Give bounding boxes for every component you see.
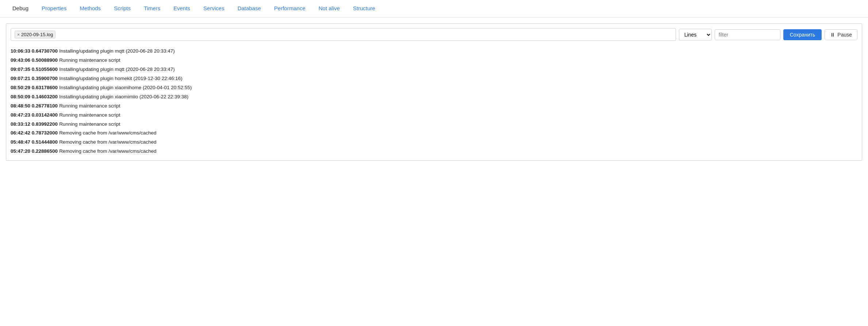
log-message: Installing/updating plugin xiaomihome (2… (59, 84, 192, 92)
log-entry: 08:47:23 0.03142400 Running maintenance … (11, 111, 857, 120)
pause-icon: ⏸ (830, 32, 835, 38)
log-timestamp: 09:07:35 0.51055600 (11, 65, 58, 74)
log-toolbar: × 2020-09-15.log Lines50100200500 Сохран… (11, 28, 857, 41)
log-message: Running maintenance script (59, 120, 120, 129)
log-entries: 10:06:33 0.64730700 Installing/updating … (11, 47, 857, 156)
save-button[interactable]: Сохранить (783, 29, 822, 40)
pause-label: Pause (837, 32, 852, 38)
log-entry: 09:07:35 0.51055600 Installing/updating … (11, 65, 857, 74)
tab-performance[interactable]: Performance (268, 0, 312, 17)
tab-debug[interactable]: Debug (6, 0, 35, 17)
log-message: Installing/updating plugin homekit (2019… (59, 75, 183, 83)
log-entry: 09:07:21 0.35900700 Installing/updating … (11, 74, 857, 83)
tabs-nav: DebugPropertiesMethodsScriptsTimersEvent… (0, 0, 868, 18)
tab-database[interactable]: Database (231, 0, 268, 17)
log-timestamp: 05:47:20 0.22886500 (11, 147, 58, 156)
tab-timers[interactable]: Timers (137, 0, 167, 17)
log-message: Running maintenance script (59, 111, 120, 120)
tab-scripts[interactable]: Scripts (107, 0, 137, 17)
main-content: × 2020-09-15.log Lines50100200500 Сохран… (0, 18, 868, 167)
log-message: Removing cache from /var/www/cms/cached (59, 138, 156, 147)
log-message: Installing/updating plugin mqtt (2020-06… (59, 47, 175, 56)
log-timestamp: 09:43:06 0.50088900 (11, 56, 58, 65)
log-entry: 05:48:47 0.51444800 Removing cache from … (11, 138, 857, 147)
log-entry: 08:48:50 0.26778100 Running maintenance … (11, 102, 857, 111)
log-message: Installing/updating plugin xiaomimiio (2… (59, 93, 188, 101)
log-timestamp: 08:33:12 0.83992200 (11, 120, 58, 129)
pause-button[interactable]: ⏸ Pause (825, 29, 857, 40)
log-timestamp: 05:48:47 0.51444800 (11, 138, 58, 147)
filter-input[interactable] (715, 29, 780, 40)
log-message: Removing cache from /var/www/cms/cached (59, 129, 156, 137)
file-tag: × 2020-09-15.log (15, 31, 55, 38)
log-timestamp: 10:06:33 0.64730700 (11, 47, 58, 56)
tab-properties[interactable]: Properties (35, 0, 73, 17)
tab-events[interactable]: Events (167, 0, 197, 17)
lines-select[interactable]: Lines50100200500 (679, 29, 712, 41)
file-tag-close-icon[interactable]: × (17, 32, 20, 37)
log-timestamp: 08:48:50 0.26778100 (11, 102, 58, 110)
tab-methods[interactable]: Methods (73, 0, 108, 17)
log-message: Running maintenance script (59, 102, 120, 110)
file-tag-input[interactable]: × 2020-09-15.log (11, 28, 676, 41)
log-timestamp: 06:42:42 0.78732000 (11, 129, 58, 137)
log-entry: 08:50:09 0.14603200 Installing/updating … (11, 92, 857, 102)
log-entry: 06:42:42 0.78732000 Removing cache from … (11, 129, 857, 138)
log-panel: × 2020-09-15.log Lines50100200500 Сохран… (6, 23, 862, 161)
file-tag-label: 2020-09-15.log (21, 32, 53, 37)
log-message: Removing cache from /var/www/cms/cached (59, 147, 156, 156)
log-entry: 09:43:06 0.50088900 Running maintenance … (11, 56, 857, 65)
log-message: Installing/updating plugin mqtt (2020-06… (59, 65, 175, 74)
log-timestamp: 08:50:09 0.14603200 (11, 93, 58, 101)
log-entry: 08:50:29 0.63178600 Installing/updating … (11, 83, 857, 92)
tab-services[interactable]: Services (197, 0, 231, 17)
log-entry: 08:33:12 0.83992200 Running maintenance … (11, 120, 857, 129)
log-timestamp: 08:50:29 0.63178600 (11, 84, 58, 92)
tab-not-alive[interactable]: Not alive (312, 0, 346, 17)
tab-structure[interactable]: Structure (346, 0, 382, 17)
log-entry: 05:47:20 0.22886500 Removing cache from … (11, 147, 857, 156)
log-timestamp: 09:07:21 0.35900700 (11, 75, 58, 83)
log-entry: 10:06:33 0.64730700 Installing/updating … (11, 47, 857, 56)
log-timestamp: 08:47:23 0.03142400 (11, 111, 58, 120)
log-message: Running maintenance script (59, 56, 120, 65)
